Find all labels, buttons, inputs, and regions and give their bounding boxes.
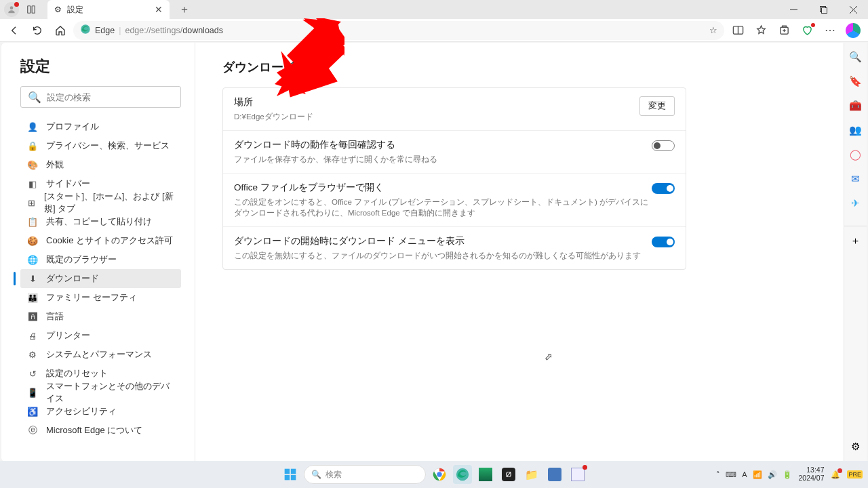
sidebar-item-2[interactable]: 🎨外観 [20,155,181,174]
nav-label: プリンター [46,329,90,342]
taskbar-chrome-icon[interactable] [430,465,449,484]
taskbar-app3-icon[interactable] [568,465,587,484]
office-title: Office ファイルをブラウザーで開く [234,182,652,194]
favorites-button[interactable] [750,20,772,41]
taskbar-explorer-icon[interactable]: 📁 [522,465,541,484]
svg-rect-1 [28,6,31,14]
taskbar-search[interactable]: 🔍検索 [304,465,426,484]
profile-button[interactable] [4,2,19,17]
nav-label: 共有、コピーして貼り付け [46,216,152,228]
nav-label: ファミリー セーフティ [46,291,137,304]
home-button[interactable] [50,20,71,41]
nav-label: プライバシー、検索、サービス [46,140,170,152]
sidebar-item-8[interactable]: ⬇ダウンロード [20,269,181,288]
nav-label: ダウンロード [46,272,99,285]
office-toggle[interactable] [652,183,675,194]
sidebar-item-11[interactable]: 🖨プリンター [20,326,181,345]
address-bar: Edge | edge://settings/downloads ☆ ⋯ [0,19,868,42]
taskbar-clock[interactable]: 13:47 2024/07 [799,466,825,482]
settings-title: 設定 [20,56,181,77]
nav-label: 外観 [46,159,64,171]
back-button[interactable] [4,20,24,41]
nav-icon: ⚙ [27,350,38,360]
sidebar-tools-icon[interactable]: 🧰 [848,98,863,113]
refresh-button[interactable] [27,20,47,41]
sidebar-item-4[interactable]: ⊞[スタート]、[ホーム]、および [新規] タブ [20,193,181,212]
nav-icon: 🖨 [27,331,38,341]
svg-rect-2 [32,6,35,14]
nav-icon: ⊞ [27,198,36,208]
show-menu-sub: この設定を無効にすると、ファイルのダウンロードがいつ開始されるかを知るのが難しく… [234,250,652,261]
tab-close-button[interactable]: ✕ [155,4,163,15]
tray-volume-icon[interactable]: 🔊 [768,470,777,479]
sidebar-item-7[interactable]: 🌐既定のブラウザー [20,250,181,269]
collections-button[interactable] [773,20,795,41]
nav-label: 言語 [46,310,64,323]
tray-app-icon[interactable]: PRE [847,470,863,479]
sidebar-drop-icon[interactable]: ✈ [848,196,863,211]
copilot-button[interactable] [842,20,864,41]
notification-button[interactable]: 🔔 [831,470,840,479]
taskbar-edge-icon[interactable] [453,465,472,484]
svg-point-22 [437,472,441,476]
sidebar-item-14[interactable]: 📱スマートフォンとその他のデバイス [20,383,181,402]
more-button[interactable]: ⋯ [819,20,841,41]
sidebar-item-16[interactable]: ⓔMicrosoft Edge について [20,421,181,440]
show-menu-row: ダウンロードの開始時にダウンロード メニューを表示 この設定を無効にすると、ファ… [223,227,686,269]
start-button[interactable] [281,465,300,484]
show-menu-toggle[interactable] [652,237,675,247]
tray-lang-icon[interactable]: A [742,470,747,479]
window-maximize-button[interactable] [808,0,838,19]
split-screen-button[interactable] [727,20,749,41]
sidebar-settings-button[interactable]: ⚙ [848,439,863,454]
sidebar-item-10[interactable]: 🅰言語 [20,307,181,326]
wellness-button[interactable] [796,20,818,41]
url-field[interactable]: Edge | edge://settings/downloads ☆ [73,21,724,40]
nav-label: [スタート]、[ホーム]、および [新規] タブ [44,190,174,215]
tray-battery-icon[interactable]: 🔋 [783,470,792,479]
change-location-button[interactable]: 変更 [639,96,675,116]
taskbar-app1-icon[interactable] [476,465,495,484]
window-minimize-button[interactable] [778,0,808,19]
sidebar-item-15[interactable]: ♿アクセシビリティ [20,402,181,421]
tray-chevron-icon[interactable]: ˄ [716,470,720,479]
new-tab-button[interactable]: ＋ [175,3,194,17]
location-row: 場所 D:¥Edgeダウンロード 変更 [223,88,686,131]
svg-rect-19 [291,475,296,481]
taskbar-calculator-icon[interactable] [545,465,564,484]
sidebar-item-6[interactable]: 🍪Cookie とサイトのアクセス許可 [20,231,181,250]
office-open-row: Office ファイルをブラウザーで開く この設定をオンにすると、Office … [223,174,686,227]
ask-each-sub: ファイルを保存するか、保存せずに開くかを常に尋ねる [234,154,652,165]
nav-icon: 👤 [27,122,38,132]
sidebar-search-icon[interactable]: 🔍 [848,49,863,64]
window-close-button[interactable] [838,0,868,19]
taskbar-app2-icon[interactable]: Ø [499,465,518,484]
sidebar-item-5[interactable]: 📋共有、コピーして貼り付け [20,212,181,231]
sidebar-add-button[interactable]: ＋ [848,233,863,248]
nav-icon: ⬇ [27,274,38,284]
nav-label: プロファイル [46,121,99,133]
nav-icon: ◧ [27,179,38,189]
sidebar-item-9[interactable]: 👪ファミリー セーフティ [20,288,181,307]
star-icon[interactable]: ☆ [709,25,717,35]
settings-search[interactable]: 🔍 [20,86,181,108]
sidebar-item-0[interactable]: 👤プロファイル [20,117,181,136]
tab-actions-button[interactable] [24,3,38,16]
tray-ime-icon[interactable]: ⌨ [726,470,736,479]
ask-each-toggle[interactable] [652,140,675,151]
nav-label: 既定のブラウザー [46,253,117,266]
nav-label: スマートフォンとその他のデバイス [46,380,174,405]
browser-tab[interactable]: ⚙ 設定 ✕ [47,0,170,19]
sidebar-games-icon[interactable]: 👥 [848,123,863,138]
sidebar-outlook-icon[interactable]: ✉ [848,171,863,186]
tray-wifi-icon[interactable]: 📶 [753,470,762,479]
sidebar-item-1[interactable]: 🔒プライバシー、検索、サービス [20,136,181,155]
settings-search-input[interactable] [47,92,174,102]
tab-title: 設定 [67,4,83,16]
sidebar-shopping-icon[interactable]: 🔖 [848,74,863,89]
nav-icon: ↺ [27,369,38,379]
edge-logo-icon [80,24,91,37]
nav-label: サイドバー [46,178,90,190]
sidebar-item-12[interactable]: ⚙システムとパフォーマンス [20,345,181,364]
sidebar-m365-icon[interactable]: ◯ [848,147,863,162]
